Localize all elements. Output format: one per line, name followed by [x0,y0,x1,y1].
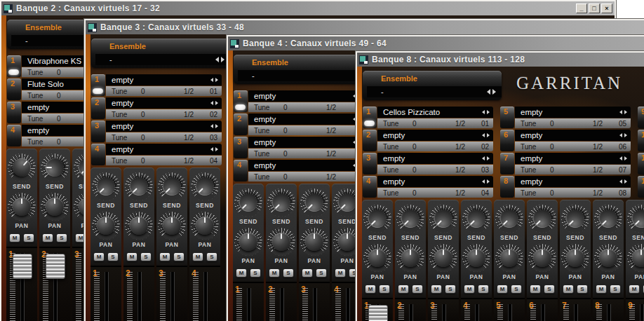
pan-knob[interactable] [368,249,387,267]
tune-value[interactable]: 0 [412,120,449,128]
instrument-selector[interactable]: empty [248,160,364,171]
instrument-selector[interactable]: empty [106,121,222,132]
solo-button[interactable]: S [445,285,456,294]
mute-button[interactable]: M [530,285,541,294]
ensemble-arrows[interactable] [487,89,496,95]
mute-button[interactable]: M [126,252,137,261]
fader-track[interactable] [475,304,479,321]
solo-button[interactable]: S [206,252,217,261]
fader-handle[interactable] [368,305,388,321]
mute-button[interactable]: M [9,233,20,243]
prev-next-arrows[interactable] [482,156,490,160]
tune-value[interactable]: 0 [141,157,177,165]
prev-arrow-icon[interactable] [619,179,622,184]
tune-value[interactable]: 0 [141,134,177,142]
slot-number-tab[interactable]: 1 [7,55,21,77]
fader-track[interactable] [313,288,317,321]
tune-step-value[interactable]: 1/2 [586,120,612,128]
tune-value[interactable]: 0 [141,111,177,118]
instrument-selector[interactable]: empty [377,130,493,141]
slot-number-tab[interactable]: 3 [363,153,377,175]
prev-arrow-icon[interactable] [619,110,622,114]
tune-value[interactable]: 0 [550,166,586,174]
tune-step-value[interactable]: 1/2 [586,166,612,174]
solo-button[interactable]: S [610,285,621,294]
slot-number-tab[interactable]: 5 [500,107,514,128]
pan-knob[interactable] [599,249,617,267]
instrument-selector[interactable]: empty [515,130,631,141]
prev-arrow-icon[interactable] [619,156,622,160]
slot-number-tab[interactable]: 12 [638,176,644,198]
instrument-selector[interactable]: empty [106,144,222,155]
slot-number-tab[interactable]: 6 [500,130,514,151]
tune-value[interactable]: 0 [283,173,320,181]
instrument-selector[interactable]: empty [248,137,364,148]
mute-button[interactable]: M [335,268,346,278]
fader-track[interactable] [607,304,611,321]
mute-button[interactable]: M [497,285,508,294]
pan-knob[interactable] [566,249,584,267]
mute-button[interactable]: M [42,233,53,243]
tune-step-value[interactable]: 1/2 [320,150,346,158]
prev-arrow-icon[interactable] [210,124,213,128]
fader-track[interactable] [247,288,251,321]
next-arrow-icon[interactable] [221,57,224,62]
solo-button[interactable]: S [140,252,152,261]
tune-value[interactable]: 0 [412,143,449,151]
pan-knob[interactable] [401,249,420,267]
titlebar-banque-4[interactable]: Banque 4 : Canaux virtuels 49 - 64 [228,36,644,50]
tune-step-value[interactable]: 1/2 [586,189,612,197]
titlebar-banque-3[interactable]: Banque 3 : Canaux virtuels 33 - 48 [86,20,644,34]
titlebar-banque-2[interactable]: Banque 2 : Canaux virtuels 17 - 32 _ □ × [1,1,615,15]
fader-handle[interactable] [13,254,32,279]
solo-button[interactable]: S [250,268,261,278]
fader-track[interactable] [442,304,446,321]
pan-knob[interactable] [434,249,452,267]
instrument-selector[interactable]: empty [515,176,631,187]
prev-arrow-icon[interactable] [210,147,213,151]
fader-track[interactable] [574,304,578,321]
slot-number-tab[interactable]: 2 [7,78,21,100]
tune-step-value[interactable]: 1/2 [586,143,612,151]
tune-value[interactable]: 0 [412,189,449,197]
slot-number-tab[interactable]: 4 [91,144,105,165]
instrument-selector[interactable]: empty [377,176,493,187]
ensemble-arrows[interactable] [215,57,224,62]
pan-knob[interactable] [130,217,148,235]
next-arrow-icon[interactable] [624,110,627,114]
tune-value[interactable]: 0 [283,127,320,135]
prev-arrow-icon[interactable] [487,89,490,95]
next-arrow-icon[interactable] [492,89,496,95]
fader-track[interactable] [280,288,284,321]
fader-track[interactable] [346,288,350,321]
tune-step-value[interactable]: 1/2 [449,189,475,197]
prev-next-arrows[interactable] [210,101,218,105]
instrument-selector[interactable]: Cellos Pizzicato [377,107,493,118]
fader-track[interactable] [508,304,512,321]
mute-button[interactable]: M [431,285,442,294]
prev-arrow-icon[interactable] [619,133,622,137]
solo-button[interactable]: S [173,252,185,261]
prev-next-arrows[interactable] [210,147,218,151]
tune-step-value[interactable]: 1/2 [449,143,475,151]
next-arrow-icon[interactable] [487,156,490,160]
prev-arrow-icon[interactable] [482,156,485,160]
mute-button[interactable]: M [192,252,203,261]
fader-track[interactable] [640,304,644,321]
tune-value[interactable]: 0 [550,120,586,128]
minimize-button[interactable]: _ [576,4,587,13]
ensemble-value-row[interactable]: - [238,70,373,81]
next-arrow-icon[interactable] [487,179,490,184]
tune-step-value[interactable]: 1/2 [320,173,346,181]
prev-next-arrows[interactable] [619,133,627,137]
slot-number-tab[interactable]: 9 [638,107,644,128]
solo-button[interactable]: S [56,233,67,243]
prev-arrow-icon[interactable] [210,101,213,105]
slot-number-tab[interactable]: 4 [363,176,377,198]
fader-track[interactable] [409,304,413,321]
fader-handle[interactable] [46,254,65,279]
pan-knob[interactable] [533,249,551,267]
slot-number-tab[interactable]: 1 [363,107,377,128]
ensemble-dropdown[interactable]: Ensemble - [91,39,230,68]
tune-step-value[interactable]: 1/2 [177,157,203,165]
